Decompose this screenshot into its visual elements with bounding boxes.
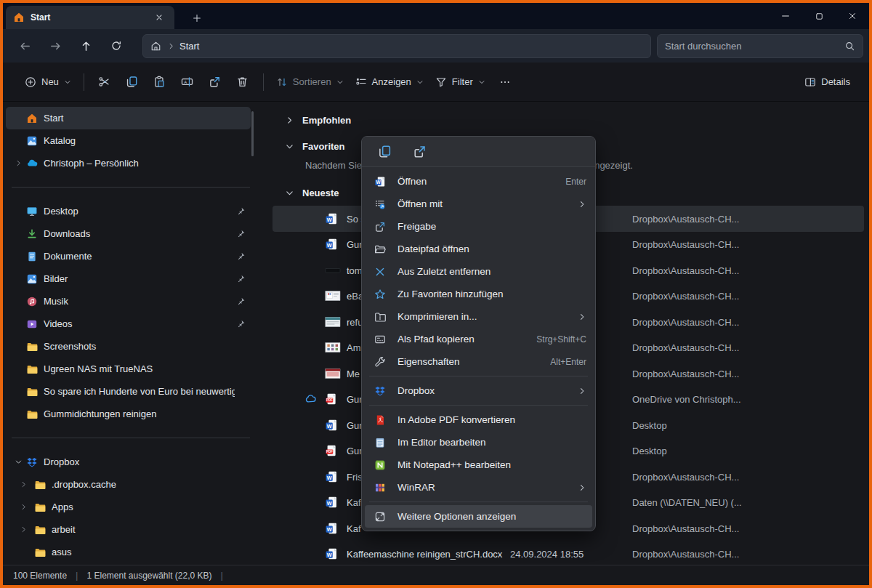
- maximize-button[interactable]: [802, 3, 836, 29]
- sidebar-item-musik[interactable]: Musik: [6, 290, 251, 313]
- section-favoriten[interactable]: Favoriten: [283, 138, 345, 154]
- delete-button[interactable]: [229, 69, 257, 95]
- menu-item-zu-favoriten-hinzuf-gen[interactable]: Zu Favoriten hinzufügen: [362, 283, 595, 305]
- share-button[interactable]: [201, 69, 229, 95]
- file-location: Dropbox\Austausch-CH...: [632, 549, 739, 560]
- rename-button[interactable]: A: [174, 69, 201, 95]
- paste-button[interactable]: [146, 69, 174, 95]
- chevron-down-icon: [64, 78, 71, 86]
- menu-item-label: Öffnen mit: [397, 198, 569, 209]
- chevron-down-icon: [285, 142, 294, 151]
- more-toolbar-button[interactable]: [491, 69, 519, 95]
- forward-button[interactable]: [42, 34, 68, 57]
- new-tab-button[interactable]: [186, 9, 208, 28]
- sidebar-item-so-spare-ich-hunderte-von-euro-bei-neuwertigen-ger-te[interactable]: So spare ich Hunderte von Euro bei neuwe…: [6, 380, 251, 403]
- tab-start[interactable]: Start: [6, 6, 174, 29]
- word-doc-icon: W: [325, 238, 338, 251]
- sidebar-item-apps[interactable]: Apps: [6, 496, 251, 518]
- sidebar-item-gummidichtungen-reinigen[interactable]: Gummidichtungen reinigen: [6, 403, 251, 425]
- menu-item-dropbox[interactable]: Dropbox: [362, 379, 595, 402]
- refresh-button[interactable]: [103, 34, 129, 57]
- sidebar-item-dokumente[interactable]: Dokumente: [6, 245, 251, 267]
- sidebar-item-asus[interactable]: asus: [6, 541, 251, 563]
- search-box[interactable]: [657, 34, 863, 58]
- menu-item-im-editor-bearbeiten[interactable]: Im Editor bearbeiten: [362, 431, 595, 454]
- sidebar-item-desktop[interactable]: Desktop: [6, 200, 251, 222]
- copy-button[interactable]: [118, 69, 146, 95]
- view-icon: [355, 76, 367, 88]
- menu-item-freigabe[interactable]: Freigabe: [362, 215, 595, 238]
- menu-item-winrar[interactable]: WinRAR: [362, 476, 595, 499]
- home-icon: [13, 12, 25, 23]
- command-bar: Neu A Sortieren Anzeigen Filter Deta: [3, 63, 869, 102]
- menu-divider: [369, 376, 588, 376]
- filter-button[interactable]: Filter: [429, 69, 491, 95]
- file-name: Gur: [347, 394, 363, 405]
- menu-item-dateipfad-ffnen[interactable]: Dateipfad öffnen: [362, 238, 595, 260]
- up-button[interactable]: [73, 34, 99, 57]
- quick-share-icon[interactable]: [410, 142, 429, 161]
- menu-item-als-pfad-kopieren[interactable]: Als Pfad kopierenStrg+Shift+C: [362, 328, 595, 350]
- address-path: Start: [179, 41, 199, 52]
- close-button[interactable]: [836, 3, 869, 29]
- menu-item-mit-notepad-bearbeiten[interactable]: Mit Notepad++ bearbeiten: [362, 454, 595, 476]
- section-empfohlen[interactable]: Empfohlen: [283, 112, 351, 128]
- menu-item-aus-zuletzt-entfernen[interactable]: Aus Zuletzt entfernen: [362, 260, 595, 283]
- file-name: Kaf: [347, 523, 361, 533]
- menu-item-eigenschaften[interactable]: EigenschaftenAlt+Enter: [362, 350, 595, 373]
- back-button[interactable]: [12, 34, 38, 57]
- home-outline-icon: [150, 41, 161, 52]
- sidebar-item-label: Screenshots: [44, 341, 235, 352]
- section-neueste[interactable]: Neueste: [283, 185, 339, 201]
- sidebar-item-screenshots[interactable]: Screenshots: [6, 335, 251, 358]
- search-input[interactable]: [665, 41, 844, 52]
- sidebar-item-arbeit[interactable]: arbeit: [6, 518, 251, 541]
- plus-circle-icon: [25, 76, 36, 88]
- chevron-right-icon[interactable]: [17, 503, 29, 511]
- sidebar-item-bilder[interactable]: Bilder: [6, 267, 251, 290]
- submenu-chevron-icon: [578, 387, 586, 395]
- sidebar-item-dropbox[interactable]: Dropbox: [6, 451, 251, 473]
- quick-copy-icon[interactable]: [375, 142, 394, 161]
- sidebar-scrollbar[interactable]: [251, 111, 254, 156]
- zip-folder-icon: [373, 311, 387, 323]
- sidebar-divider: [12, 187, 250, 188]
- menu-item-label: Als Pfad kopieren: [397, 334, 528, 345]
- chevron-right-icon[interactable]: [17, 480, 29, 488]
- address-bar[interactable]: Start: [142, 34, 651, 58]
- chevron-down-icon[interactable]: [12, 458, 24, 466]
- menu-item-in-adobe-pdf-konvertieren[interactable]: In Adobe PDF konvertieren: [362, 408, 595, 431]
- toolbar-divider: [263, 73, 264, 91]
- pin-icon: [236, 229, 246, 238]
- sidebar-item-ugreen-nas-mit-truenas[interactable]: Ugreen NAS mit TrueNAS: [6, 358, 251, 380]
- adobe-pdf-icon: [373, 414, 387, 426]
- tab-close-icon[interactable]: [151, 9, 167, 25]
- file-row[interactable]: WKaffeemaschine reinigen_strCH.docx24.09…: [272, 541, 864, 565]
- sidebar-item-christoph-pers-nlich[interactable]: Christoph – Persönlich: [6, 152, 251, 174]
- sidebar-item-dropbox-cache[interactable]: .dropbox.cache: [6, 473, 251, 496]
- sidebar-item-videos[interactable]: Videos: [6, 313, 251, 335]
- menu-item-ffnen-mit[interactable]: Öffnen mit: [362, 193, 595, 215]
- view-button[interactable]: Anzeigen: [350, 69, 429, 95]
- new-button[interactable]: Neu: [19, 69, 77, 95]
- menu-item-weitere-optionen-anzeigen[interactable]: Weitere Optionen anzeigen: [365, 505, 592, 528]
- chevron-right-icon[interactable]: [12, 159, 24, 167]
- sidebar-item-katalog[interactable]: Katalog: [6, 129, 251, 152]
- menu-item-ffnen[interactable]: WÖffnenEnter: [362, 170, 595, 193]
- plus-icon: [192, 13, 202, 23]
- minimize-button[interactable]: [769, 3, 802, 29]
- pdf-doc-icon: PDF: [325, 444, 338, 457]
- chevron-right-icon[interactable]: [17, 525, 29, 533]
- sidebar-item-downloads[interactable]: Downloads: [6, 222, 251, 245]
- copy-path-icon: [373, 334, 387, 345]
- details-button[interactable]: Details: [799, 69, 856, 95]
- word-doc-icon: W: [325, 522, 338, 535]
- cut-button[interactable]: [91, 69, 118, 95]
- file-location: Dropbox\Austausch-CH...: [632, 368, 739, 379]
- menu-item-komprimieren-in[interactable]: Komprimieren in...: [362, 305, 595, 328]
- sort-button[interactable]: Sortieren: [270, 69, 350, 95]
- remove-x-icon: [373, 266, 387, 278]
- search-icon: [844, 41, 855, 52]
- sidebar-item-start[interactable]: Start: [6, 107, 251, 129]
- more-icon: [499, 76, 511, 88]
